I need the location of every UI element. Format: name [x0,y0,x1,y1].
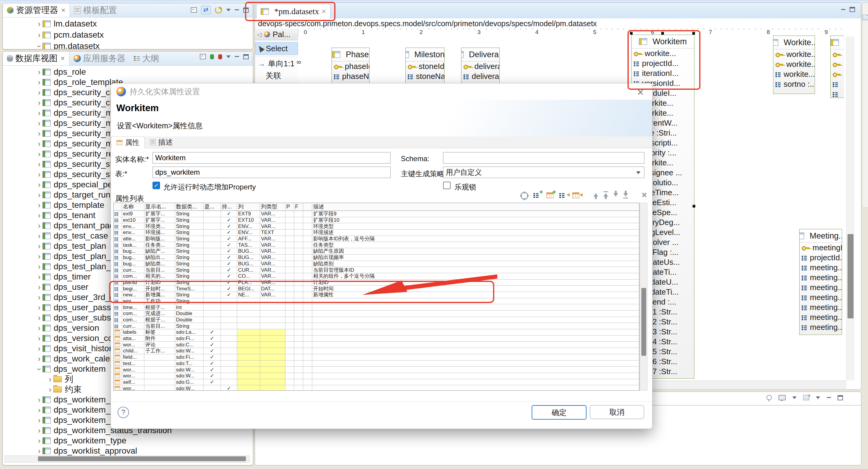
column-cell[interactable] [237,367,260,373]
palette-item-单向1:1[interactable]: →单向1:1 [255,58,298,70]
column-cell[interactable] [237,373,260,379]
name-cell[interactable]: ext10 [122,217,144,223]
spacer-cell[interactable] [303,373,312,379]
tree-chevron-icon[interactable]: › [36,19,42,29]
column-cell[interactable] [237,379,260,385]
entity-field[interactable] [831,89,844,98]
description-cell[interactable] [312,336,639,342]
property-row-new...[interactable]: new...新增属...String✓NE...VAR...新增属性 [114,292,639,298]
entity-field[interactable]: projectId... [632,59,694,68]
column-type-cell[interactable] [260,336,285,342]
persist-cell[interactable]: ✓ [221,292,237,298]
tree-chevron-icon[interactable]: › [36,30,42,40]
column-cell[interactable]: ENV... [237,230,260,236]
name-cell[interactable]: wor... [122,367,144,373]
entity-field[interactable]: workite... [773,69,815,79]
datatype-cell[interactable]: sdo:W... [175,348,204,354]
display-name-cell[interactable]: 环境类... [144,223,175,229]
tree-chevron-icon[interactable]: › [36,160,42,169]
name-cell[interactable]: field... [122,354,144,360]
display-name-cell[interactable] [144,354,175,360]
name-cell[interactable]: wor... [122,298,144,304]
spacer-cell[interactable] [303,273,312,279]
p-cell[interactable] [285,236,294,242]
p-cell[interactable] [285,373,294,379]
display-name-cell[interactable]: 新增属... [144,292,175,298]
tree-chevron-icon[interactable]: › [36,119,42,128]
column-type-cell[interactable]: VAR... [260,223,285,229]
p-cell[interactable] [285,379,294,385]
column-type-cell[interactable] [260,317,285,323]
column-type-cell[interactable]: VAR... [260,248,285,254]
p-cell[interactable] [285,292,294,298]
required-cell[interactable] [204,304,221,310]
tree-chevron-icon[interactable]: › [36,303,42,312]
persist-cell[interactable] [221,354,237,360]
column-cell[interactable] [237,354,260,360]
required-cell[interactable] [204,286,221,292]
display-name-cell[interactable]: 影响版... [144,236,175,242]
move-top-icon[interactable] [603,193,608,197]
spacer-cell[interactable] [303,279,312,286]
required-cell[interactable]: ✓ [204,348,221,354]
name-cell[interactable]: self... [122,379,144,385]
property-row-ext10[interactable]: ext10扩展字...String✓EXT10VAR...扩展字段10 [114,217,639,224]
property-row-task...[interactable]: task...任务类...String✓TAS...VAR...任务类型 [114,242,639,248]
tree-chevron-icon[interactable]: › [36,149,42,159]
tree-chevron-icon[interactable]: › [36,446,42,456]
entity-field[interactable]: stoneId :... [406,62,444,71]
display-name-cell[interactable]: 扩展字... [144,217,175,223]
column-cell[interactable] [237,361,260,367]
p-cell[interactable] [285,273,294,279]
column-type-cell[interactable] [260,373,285,379]
column-type-cell[interactable]: VAR... [260,273,285,279]
pin-console-icon[interactable] [767,395,772,400]
description-cell[interactable]: 开始时间 [312,286,639,292]
tree-chevron-icon[interactable]: › [36,262,42,271]
maximize-view-icon[interactable] [243,7,249,13]
tree-item-列[interactable]: ›列 [47,374,73,384]
column-type-cell[interactable]: VAR... [260,279,285,286]
name-cell[interactable]: atte... [122,236,144,242]
p-cell[interactable] [285,223,294,229]
property-row-time...[interactable]: time...根据子...Int [114,304,639,310]
maximize-editor-icon[interactable] [849,7,855,12]
required-cell[interactable]: ✓ [204,342,221,347]
description-cell[interactable] [312,385,639,391]
collapse-all-icon[interactable] [200,54,206,59]
description-cell[interactable] [312,329,639,335]
column-type-cell[interactable] [260,379,285,385]
selection-handle[interactable] [692,205,695,207]
palette-item-关联[interactable]: 关联 [255,70,298,81]
tree-chevron-icon[interactable]: › [36,416,42,425]
f-cell[interactable] [294,273,303,279]
tab-template-config[interactable]: 模板配置 [70,3,121,17]
spacer-cell[interactable] [303,367,312,373]
f-cell[interactable] [294,261,303,267]
entity-field[interactable]: iterationI... [632,68,694,78]
property-row-ext9[interactable]: ext9扩展字...String✓EXT9VAR...扩展字段9 [114,211,639,217]
name-cell[interactable]: curr... [122,267,144,273]
description-cell[interactable] [312,298,639,304]
delete-property-icon[interactable] [641,192,647,198]
tree-chevron-icon[interactable]: › [36,180,42,190]
tree-chevron-icon[interactable]: › [36,170,42,179]
display-name-cell[interactable]: 相关的... [144,273,175,279]
tab-database-view[interactable]: 数据库视图 × [3,52,69,65]
f-cell[interactable] [294,242,303,248]
tree-item-dps_worklist_approval[interactable]: ›dps_worklist_approval [36,446,137,456]
console-menu-icon[interactable] [816,396,820,399]
entity-meeting[interactable]: Meeting...meetingI...projectId...meeting… [799,229,842,335]
refresh-icon[interactable] [215,6,222,13]
f-cell[interactable] [294,211,303,217]
description-cell[interactable] [312,323,639,329]
table-settings-icon[interactable] [521,191,528,199]
entity-field[interactable] [831,69,844,79]
f-cell[interactable] [294,385,303,391]
display-name-cell[interactable] [144,385,175,391]
column-cell[interactable]: CO... [237,273,260,279]
description-cell[interactable]: 任务类型 [312,242,639,248]
f-cell[interactable] [294,292,303,298]
column-type-cell[interactable] [260,342,285,347]
display-name-cell[interactable]: 根据子... [144,317,175,323]
